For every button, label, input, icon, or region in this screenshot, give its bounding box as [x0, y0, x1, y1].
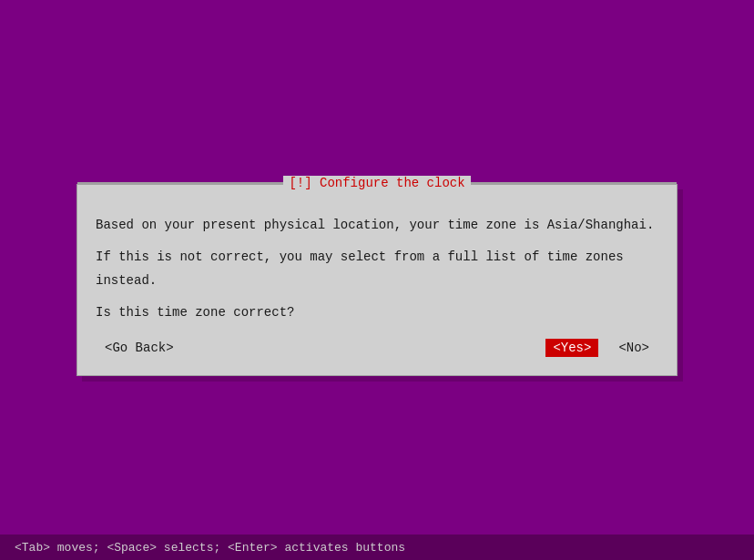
status-bar: <Tab> moves; <Space> selects; <Enter> ac… [0, 535, 754, 560]
status-bar-text: <Tab> moves; <Space> selects; <Enter> ac… [15, 541, 405, 555]
yes-button[interactable]: <Yes> [545, 339, 598, 357]
dialog-buttons: <Go Back> <Yes> <No> [96, 339, 658, 357]
go-back-button[interactable]: <Go Back> [99, 339, 179, 357]
body-line-3: Is this time zone correct? [96, 301, 658, 324]
dialog-title-bar: [!] Configure the clock [77, 176, 677, 190]
dialog: [!] Configure the clock Based on your pr… [76, 184, 678, 376]
body-line-2: If this is not correct, you may select f… [96, 246, 658, 291]
confirm-buttons: <Yes> <No> [545, 339, 655, 357]
dialog-body: Based on your present physical location,… [96, 203, 658, 324]
no-button[interactable]: <No> [613, 339, 655, 357]
dialog-wrapper: [!] Configure the clock Based on your pr… [76, 184, 678, 376]
body-line-1: Based on your present physical location,… [96, 214, 658, 237]
dialog-title: [!] Configure the clock [283, 176, 470, 190]
title-line-left [77, 182, 283, 184]
main-screen: [!] Configure the clock Based on your pr… [0, 0, 754, 560]
title-line-right [471, 182, 677, 184]
